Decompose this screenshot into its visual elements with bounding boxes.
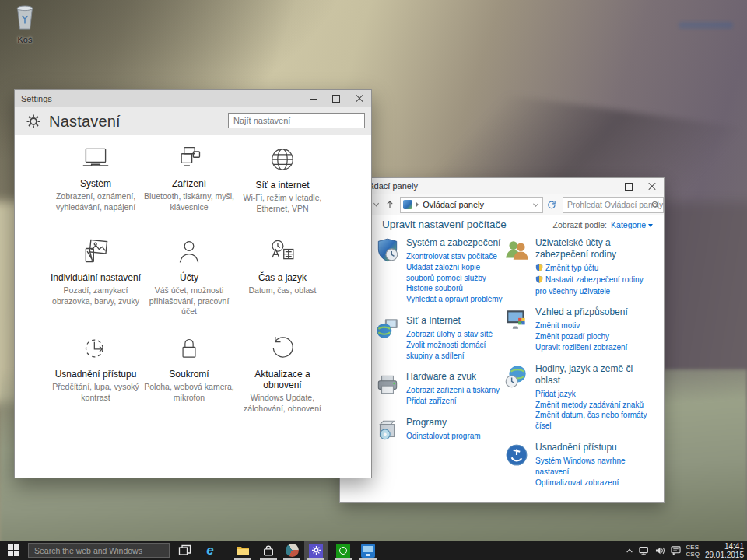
ease-of-access-circle-icon[interactable] bbox=[503, 442, 530, 468]
users-icon[interactable] bbox=[503, 237, 530, 264]
settings-tile-network[interactable]: Síť a internet Wi-Fi, režim v letadle, E… bbox=[236, 145, 329, 214]
shield-icon[interactable] bbox=[374, 237, 401, 264]
cp-task-link[interactable]: Přidat zařízení bbox=[406, 396, 500, 407]
cp-task-link[interactable]: Změnit pozadí plochy bbox=[535, 331, 628, 342]
settings-tile-devices[interactable]: Zařízení Bluetooth, tiskárny, myši, kláv… bbox=[142, 145, 236, 214]
printer-icon[interactable] bbox=[374, 371, 401, 397]
program-box-icon[interactable] bbox=[374, 417, 401, 443]
cp-category-title[interactable]: Síť a Internet bbox=[406, 315, 505, 327]
tray-expand-chevron-icon[interactable] bbox=[626, 548, 633, 554]
clock-globe-icon[interactable] bbox=[503, 363, 530, 390]
update-refresh-icon bbox=[267, 334, 298, 363]
cp-category-title[interactable]: Uživatelské účty a zabezpečení rodiny bbox=[535, 237, 648, 261]
recycle-bin-desktop-icon[interactable]: Koš bbox=[5, 5, 45, 44]
cp-task-link[interactable]: Zvolit možnosti domácí skupiny a sdílení bbox=[406, 340, 505, 362]
uac-shield-icon bbox=[535, 264, 543, 275]
settings-search-input[interactable] bbox=[228, 113, 365, 128]
tile-subtitle: Bluetooth, tiskárny, myši, klávesnice bbox=[142, 191, 236, 212]
cp-task-link[interactable]: Systém Windows navrhne nastavení bbox=[535, 456, 648, 478]
settings-tile-ease-of-access[interactable]: Usnadnění přístupu Předčítání, lupa, vys… bbox=[49, 334, 142, 414]
language-indicator[interactable]: CES CSQ bbox=[686, 544, 700, 558]
minimize-icon bbox=[310, 99, 317, 100]
refresh-button[interactable] bbox=[547, 200, 556, 210]
close-icon bbox=[356, 95, 363, 103]
cp-category-title[interactable]: Hodiny, jazyk a země či oblast bbox=[535, 363, 648, 387]
network-icon[interactable] bbox=[639, 546, 650, 555]
settings-tile-privacy[interactable]: Soukromí Poloha, webová kamera, mikrofon bbox=[142, 334, 236, 414]
settings-tile-accounts[interactable]: Účty Váš účet, možnosti přihlašování, pr… bbox=[142, 237, 236, 317]
task-view-button[interactable] bbox=[173, 541, 196, 560]
taskbar-clock[interactable]: 14:41 29.01.2015 bbox=[705, 542, 744, 559]
taskbar-search-input[interactable] bbox=[28, 543, 170, 558]
up-arrow-button[interactable] bbox=[386, 200, 394, 209]
settings-titlebar[interactable]: Settings bbox=[15, 90, 371, 107]
cp-task-link[interactable]: Vyhledat a opravit problémy bbox=[406, 294, 505, 305]
cp-task-link[interactable]: Změnit typ účtu bbox=[535, 263, 648, 275]
view-by-dropdown[interactable]: Kategorie bbox=[611, 220, 653, 229]
cp-category-title[interactable]: Usnadnění přístupu bbox=[535, 442, 648, 453]
search-icon[interactable] bbox=[651, 201, 660, 209]
cp-task-link[interactable]: Optimalizovat zobrazení bbox=[535, 478, 648, 488]
cp-task-link[interactable]: Zobrazit zařízení a tiskárny bbox=[406, 385, 500, 396]
internet-explorer-button[interactable]: e bbox=[198, 541, 222, 560]
maximize-button[interactable] bbox=[617, 178, 640, 195]
start-button[interactable] bbox=[0, 541, 26, 560]
cp-task-link[interactable]: Změnit metody zadávání znaků bbox=[535, 400, 648, 411]
control-panel-navbar: Ovládací panely Prohledat Ovládací panel… bbox=[340, 194, 664, 215]
cp-task-link[interactable]: Změnit motiv bbox=[535, 320, 628, 331]
cp-task-link[interactable]: Ukládat záložní kopie souborů pomocí slu… bbox=[406, 262, 505, 294]
tile-title: Zařízení bbox=[172, 178, 206, 189]
network-globe-icon[interactable] bbox=[374, 315, 401, 341]
internet-explorer-icon: e bbox=[206, 544, 213, 557]
settings-header: Nastavení bbox=[15, 107, 371, 135]
tile-subtitle: Poloha, webová kamera, mikrofon bbox=[142, 382, 236, 403]
cp-task-link[interactable]: Přidat jazyk bbox=[535, 389, 648, 400]
history-chevron-icon[interactable] bbox=[373, 201, 380, 208]
globe-icon bbox=[267, 145, 298, 174]
minimize-button[interactable] bbox=[594, 178, 617, 195]
clock-date: 29.01.2015 bbox=[705, 551, 744, 559]
cp-category-user-accounts: Uživatelské účty a zabezpečení rodiny Zm… bbox=[503, 237, 648, 296]
cp-category-title[interactable]: Programy bbox=[406, 417, 481, 429]
control-panel-search-box[interactable]: Prohledat Ovládací panely bbox=[563, 197, 664, 213]
settings-tile-time-language[interactable]: Čas a jazyk Datum, čas, oblast bbox=[236, 237, 329, 317]
cp-category-programs: Programy Odinstalovat program bbox=[374, 417, 505, 443]
close-button[interactable] bbox=[640, 178, 664, 195]
cp-task-link[interactable]: Zkontrolovat stav počítače bbox=[406, 251, 505, 262]
cp-task-link[interactable]: Zobrazit úlohy a stav sítě bbox=[406, 329, 505, 340]
action-center-icon[interactable] bbox=[671, 546, 681, 555]
contact-support-button[interactable] bbox=[356, 541, 380, 560]
cp-category-title[interactable]: Hardware a zvuk bbox=[406, 371, 500, 383]
settings-taskbar-button[interactable] bbox=[304, 541, 328, 560]
minimize-button[interactable] bbox=[301, 90, 324, 107]
xbox-button[interactable] bbox=[331, 541, 355, 560]
volume-icon[interactable] bbox=[655, 546, 665, 555]
feedback-app-button[interactable] bbox=[280, 541, 303, 560]
maximize-icon bbox=[332, 95, 340, 103]
cp-task-link[interactable]: Nastavit zabezpečení rodiny pro všechny … bbox=[535, 275, 648, 297]
person-icon bbox=[174, 237, 205, 267]
appearance-monitor-icon[interactable] bbox=[503, 306, 530, 333]
cp-task-link[interactable]: Odinstalovat program bbox=[406, 431, 481, 442]
address-dropdown-icon[interactable] bbox=[532, 202, 539, 208]
file-explorer-button[interactable] bbox=[231, 541, 254, 560]
settings-tile-update-recovery[interactable]: Aktualizace a obnovení Windows Update, z… bbox=[236, 334, 329, 414]
minimize-icon bbox=[602, 187, 609, 187]
settings-tile-system[interactable]: Systém Zobrazení, oznámení, vyhledávání,… bbox=[49, 145, 142, 214]
address-bar[interactable]: Ovládací panely bbox=[400, 197, 543, 213]
cp-category-title[interactable]: Vzhled a přizpůsobení bbox=[535, 306, 628, 318]
cp-category-appearance: Vzhled a přizpůsobení Změnit motiv Změni… bbox=[503, 306, 648, 352]
cp-category-title[interactable]: Systém a zabezpečení bbox=[406, 237, 505, 249]
tile-subtitle: Váš účet, možnosti přihlašování, pracovn… bbox=[142, 285, 236, 317]
maximize-button[interactable] bbox=[324, 90, 348, 107]
cp-task-link[interactable]: Upravit rozlišení zobrazení bbox=[535, 342, 628, 353]
settings-tile-personalization[interactable]: Individuální nastavení Pozadí, zamykací … bbox=[49, 237, 142, 317]
store-button[interactable] bbox=[257, 541, 280, 560]
close-button[interactable] bbox=[348, 90, 371, 107]
cp-task-link[interactable]: Změnit datum, čas nebo formáty čísel bbox=[535, 410, 648, 432]
store-bag-icon bbox=[262, 544, 275, 557]
task-view-icon bbox=[178, 544, 191, 556]
gear-icon bbox=[26, 114, 41, 129]
control-panel-titlebar[interactable]: Ovládací panely bbox=[340, 178, 664, 194]
breadcrumb-address[interactable]: Ovládací panely bbox=[423, 200, 484, 209]
